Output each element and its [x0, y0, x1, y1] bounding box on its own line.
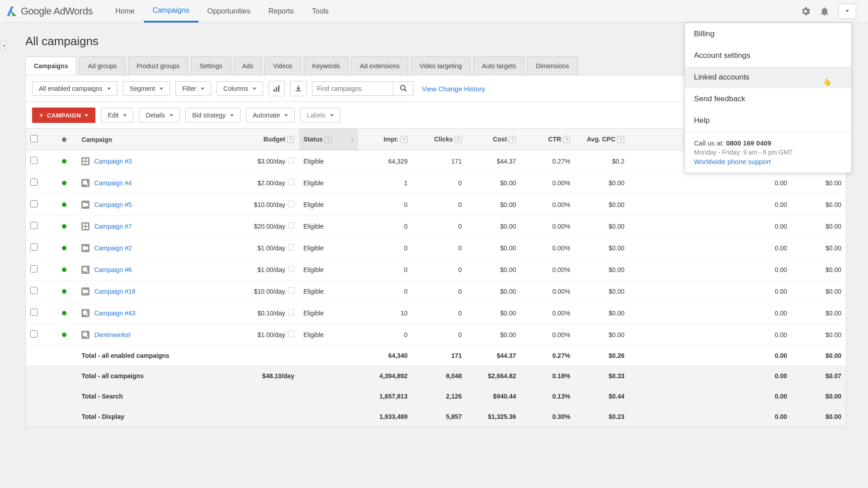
account-dropdown[interactable] — [838, 4, 856, 19]
nav-campaigns[interactable]: Campaigns — [144, 0, 198, 23]
worldwide-support-link[interactable]: Worldwide phone support — [694, 158, 842, 165]
nav-home[interactable]: Home — [106, 0, 144, 23]
col-clicks[interactable]: Clicks? — [412, 129, 467, 150]
svg-line-22 — [86, 271, 88, 272]
menu-help[interactable]: Help — [685, 110, 851, 131]
status-dot-icon — [62, 224, 66, 229]
chart-icon[interactable] — [269, 81, 285, 96]
budget-edit-icon[interactable] — [288, 331, 294, 337]
campaign-link[interactable]: Dierenwinkel — [94, 331, 130, 338]
cpv-cell: $0.00 — [792, 216, 846, 237]
row-checkbox[interactable] — [30, 200, 38, 207]
table-row: Campaign #2$1.00/dayEligible00$0.000.00%… — [26, 237, 846, 259]
enabled-campaigns-dropdown[interactable]: All enabled campaigns — [32, 81, 118, 96]
search-input[interactable] — [312, 81, 393, 96]
filter-dropdown[interactable]: Filter — [175, 81, 211, 96]
tab-ads[interactable]: Ads — [234, 56, 262, 75]
tab-videos[interactable]: Videos — [264, 56, 301, 75]
ctr-cell: 0.00% — [520, 237, 575, 259]
automate-dropdown[interactable]: Automate — [246, 108, 295, 122]
svg-point-21 — [83, 267, 87, 271]
total-budget — [235, 407, 299, 427]
budget-edit-icon[interactable] — [288, 287, 294, 294]
row-checkbox[interactable] — [30, 157, 38, 164]
col-status-dot[interactable] — [52, 129, 77, 150]
view-change-history-link[interactable]: View Change History — [422, 85, 485, 93]
col-campaign[interactable]: Campaign — [77, 129, 235, 150]
menu-linked-accounts[interactable]: Linked accounts — [685, 66, 851, 88]
campaign-type-icon — [81, 179, 90, 187]
tab-video-targeting[interactable]: Video targeting — [411, 56, 471, 75]
campaign-link[interactable]: Campaign #3 — [94, 158, 132, 165]
campaign-link[interactable]: Campaign #5 — [94, 201, 132, 208]
col-budget[interactable]: Budget? — [235, 129, 299, 150]
new-campaign-button[interactable]: +CAMPAIGN — [32, 108, 95, 123]
row-checkbox[interactable] — [30, 265, 38, 272]
table-row: Dierenwinkel$1.00/dayEligible00$0.000.00… — [26, 324, 846, 346]
labels-dropdown[interactable]: Labels — [300, 108, 340, 122]
bell-icon[interactable] — [819, 6, 830, 17]
campaign-link[interactable]: Campaign #18 — [94, 288, 135, 295]
row-checkbox[interactable] — [30, 309, 38, 316]
col-status[interactable]: Status?↑ — [299, 129, 358, 150]
budget-edit-icon[interactable] — [288, 201, 294, 207]
edit-dropdown[interactable]: Edit — [101, 108, 133, 122]
col-cost[interactable]: Cost? — [467, 129, 521, 150]
budget-edit-icon[interactable] — [288, 266, 294, 272]
budget-edit-icon[interactable] — [288, 309, 294, 315]
row-checkbox[interactable] — [30, 244, 38, 251]
tab-auto-targets[interactable]: Auto targets — [473, 56, 525, 75]
impr-cell: 0 — [358, 194, 412, 216]
tab-settings[interactable]: Settings — [191, 56, 231, 75]
row-checkbox[interactable] — [30, 287, 38, 294]
menu-account-settings[interactable]: Account settings — [685, 45, 851, 66]
columns-dropdown[interactable]: Columns — [217, 81, 263, 96]
ctr-cell: 0.00% — [520, 216, 575, 237]
campaign-link[interactable]: Campaign #7 — [94, 223, 132, 230]
details-dropdown[interactable]: Details — [139, 108, 180, 122]
tab-campaigns[interactable]: Campaigns — [25, 56, 76, 75]
col-ctr[interactable]: CTR? — [520, 129, 575, 150]
col-checkbox[interactable] — [26, 129, 52, 150]
campaign-link[interactable]: Campaign #2 — [94, 244, 132, 252]
clicks-cell: 0 — [412, 237, 467, 259]
nav-reports[interactable]: Reports — [259, 0, 303, 23]
budget-edit-icon[interactable] — [288, 222, 294, 229]
budget-edit-icon[interactable] — [288, 244, 294, 250]
impr-cell: 0 — [358, 216, 412, 237]
brand-logo[interactable]: Google AdWords — [5, 5, 93, 18]
row-checkbox[interactable] — [30, 178, 38, 186]
tab-keywords[interactable]: Keywords — [304, 56, 349, 75]
campaign-link[interactable]: Campaign #43 — [94, 310, 135, 317]
clicks-cell: 0 — [412, 281, 467, 302]
row-checkbox[interactable] — [30, 222, 38, 229]
tab-ad-extensions[interactable]: Ad extensions — [351, 56, 408, 75]
row-checkbox[interactable] — [30, 330, 38, 338]
nav-tools[interactable]: Tools — [303, 0, 338, 23]
segment-dropdown[interactable]: Segment — [123, 81, 170, 96]
ctr-cell: 0.00% — [520, 194, 575, 216]
search-button[interactable] — [393, 81, 414, 96]
tab-product-groups[interactable]: Product groups — [128, 56, 188, 75]
bid-strategy-dropdown[interactable]: Bid strategy — [185, 108, 241, 122]
campaign-link[interactable]: Campaign #4 — [94, 179, 132, 187]
tab-dimensions[interactable]: Dimensions — [527, 56, 577, 75]
budget-edit-icon[interactable] — [288, 179, 294, 185]
budget-edit-icon[interactable] — [288, 157, 294, 164]
cost-cell: $0.00 — [467, 172, 521, 194]
avgcpc-cell: $0.00 — [575, 216, 629, 237]
cpv-cell: $0.00 — [792, 302, 846, 324]
download-icon[interactable] — [290, 81, 307, 96]
menu-send-feedback[interactable]: Send feedback — [685, 88, 851, 110]
menu-billing[interactable]: Billing — [685, 23, 851, 45]
campaign-link[interactable]: Campaign #6 — [94, 266, 132, 273]
col-avg-cpc[interactable]: Avg. CPC? — [575, 129, 629, 150]
select-all-checkbox[interactable] — [30, 135, 38, 142]
nav-opportunities[interactable]: Opportunities — [198, 0, 259, 23]
status-cell: Eligible — [299, 194, 358, 216]
tab-ad-groups[interactable]: Ad groups — [79, 56, 125, 75]
col-impr[interactable]: Impr.? — [358, 129, 412, 150]
gear-icon[interactable] — [800, 6, 811, 17]
total-clicks: 171 — [412, 346, 467, 366]
svg-point-5 — [401, 85, 405, 90]
